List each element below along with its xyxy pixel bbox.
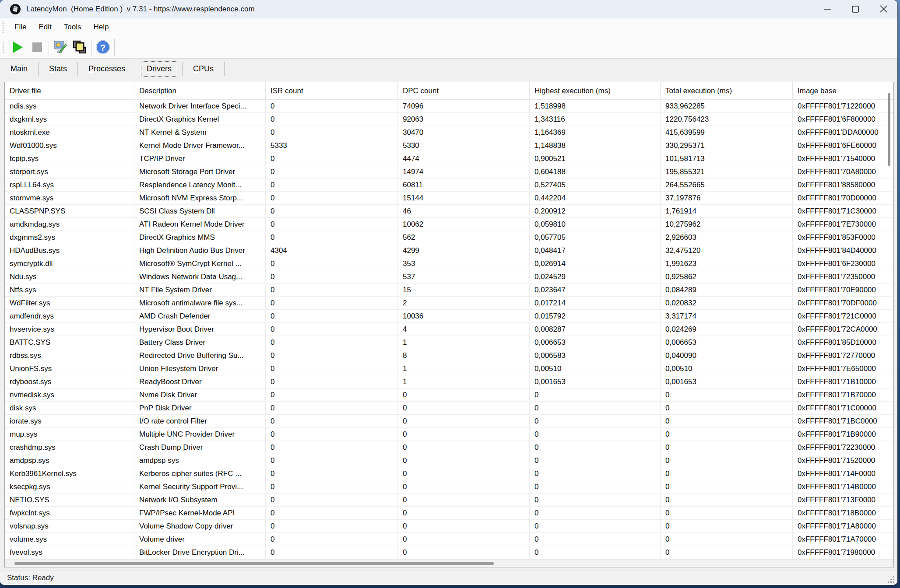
maximize-button[interactable] (841, 0, 869, 18)
tab-main[interactable]: Main (5, 62, 33, 76)
table-cell: nvmedisk.sys (5, 388, 134, 402)
table-cell: amdpsp sys (134, 454, 266, 467)
table-cell: fwpkclnt.sys (5, 507, 134, 520)
table-cell: BATTC.SYS (5, 336, 134, 349)
table-row[interactable]: CLASSPNP.SYSSCSI Class System Dll0460,20… (5, 205, 893, 218)
table-row[interactable]: iorate.sysI/O rate control Filter00000xF… (5, 415, 893, 428)
table-cell: Network I/O Subsystem (134, 494, 266, 507)
table-row[interactable]: volsnap.sysVolume Shadow Copy driver0000… (5, 520, 893, 533)
edit-report-button[interactable] (51, 38, 70, 56)
menu-file[interactable]: File (8, 21, 32, 33)
toolbar-gripper[interactable] (3, 42, 4, 53)
tab-stats[interactable]: Stats (44, 62, 72, 76)
table-row[interactable]: fwpkclnt.sysFWP/IPsec Kernel-Mode API000… (5, 507, 893, 520)
table-row[interactable]: WdFilter.sysMicrosoft antimalware file s… (5, 297, 893, 310)
table-cell: NT File System Driver (134, 284, 266, 297)
column-header-isr-count[interactable]: ISR count (266, 82, 398, 100)
table-row[interactable]: hvservice.sysHypervisor Boot Driver040,0… (5, 323, 893, 336)
table-row[interactable]: amdkmdag.sysATI Radeon Kernel Mode Drive… (5, 218, 893, 231)
copy-report-button[interactable] (70, 38, 89, 56)
table-cell: 0xFFFFF801'85D10000 (793, 336, 893, 349)
help-button[interactable]: ? (93, 38, 112, 56)
table-cell: 0 (530, 428, 661, 441)
horizontal-scrollbar[interactable] (5, 559, 893, 567)
column-header-total-execution-ms-[interactable]: Total execution (ms) (661, 82, 793, 100)
table-cell: SCSI Class System Dll (134, 205, 266, 218)
table-row[interactable]: Wdf01000.sysKernel Mode Driver Framewor.… (5, 139, 893, 152)
table-row[interactable]: Ndu.sysWindows Network Data Usag...05370… (5, 270, 893, 284)
table-cell: Microsoft Storage Port Driver (134, 165, 266, 178)
column-header-highest-execution-ms-[interactable]: Highest execution (ms) (530, 82, 661, 100)
table-row[interactable]: rdbss.sysRedirected Drive Buffering Su..… (5, 349, 893, 362)
table-cell: dxgkrnl.sys (5, 113, 134, 126)
table-row[interactable]: stornvme.sysMicrosoft NVM Express Storp.… (5, 192, 893, 205)
table-row[interactable]: dxgmms2.sysDirectX Graphics MMS05620,057… (5, 231, 893, 244)
stop-monitoring-button[interactable] (28, 38, 47, 56)
table-cell: 0xFFFFF801'721C0000 (793, 310, 893, 323)
table-row[interactable]: ntoskrnl.exeNT Kernel & System0304701,16… (5, 126, 893, 139)
resize-grip[interactable] (888, 576, 895, 583)
table-cell: 0xFFFFF801'713F0000 (793, 494, 893, 507)
table-row[interactable]: ndis.sysNetwork Driver Interface Speci..… (5, 100, 893, 113)
tab-bar: Main Stats Processes Drivers CPUs (0, 59, 897, 79)
menu-edit[interactable]: Edit (32, 21, 57, 33)
table-row[interactable]: storport.sysMicrosoft Storage Port Drive… (5, 165, 893, 178)
table-cell: 0,057705 (530, 231, 661, 244)
table-row[interactable]: Ntfs.sysNT File System Driver0150,023647… (5, 284, 893, 297)
column-header-driver-file[interactable]: Driver file (5, 82, 134, 100)
menu-tools[interactable]: Tools (58, 21, 88, 33)
table-cell: 0,048417 (530, 244, 661, 257)
table-cell: ndis.sys (5, 100, 134, 113)
tab-drivers[interactable]: Drivers (141, 62, 177, 76)
tab-cpus[interactable]: CPUs (188, 62, 219, 76)
table-row[interactable]: ksecpkg.sysKernel Security Support Provi… (5, 480, 893, 494)
vertical-scrollbar-thumb[interactable] (888, 93, 890, 166)
minimize-button[interactable] (813, 0, 841, 18)
table-row[interactable]: crashdmp.sysCrash Dump Driver00000xFFFFF… (5, 441, 893, 454)
table-row[interactable]: fvevol.sysBitLocker Drive Encryption Dri… (5, 546, 893, 559)
table-row[interactable]: tcpip.sysTCP/IP Driver044740,900521101,5… (5, 152, 893, 165)
table-cell: 0xFFFFF801'71B90000 (793, 428, 893, 441)
table-row[interactable]: disk.sysPnP Disk Driver00000xFFFFF801'71… (5, 402, 893, 415)
window-controls (813, 0, 897, 18)
tab-processes[interactable]: Processes (83, 62, 130, 76)
table-row[interactable]: NETIO.SYSNetwork I/O Subsystem00000xFFFF… (5, 494, 893, 507)
table-cell: 15144 (398, 192, 530, 205)
table-cell: 14974 (398, 165, 530, 178)
menubar-gripper[interactable] (3, 21, 4, 33)
table-cell: 0 (266, 441, 398, 454)
table-row[interactable]: Kerb3961Kernel.sysKerberos cipher suites… (5, 467, 893, 480)
table-row[interactable]: volume.sysVolume driver00000xFFFFF801'71… (5, 533, 893, 546)
column-header-image-base[interactable]: Image base (793, 82, 893, 100)
tab-separator (38, 62, 39, 76)
horizontal-scrollbar-thumb[interactable] (14, 562, 494, 565)
table-cell: 0xFFFFF801'71980000 (793, 546, 893, 559)
table-row[interactable]: amdpsp.sysamdpsp sys00000xFFFFF801'71520… (5, 454, 893, 467)
table-cell: 0 (530, 480, 661, 494)
table-cell: 0 (530, 441, 661, 454)
column-header-description[interactable]: Description (134, 82, 266, 100)
table-cell: 0,059810 (530, 218, 661, 231)
table-row[interactable]: nvmedisk.sysNvme Disk Driver00000xFFFFF8… (5, 388, 893, 402)
close-button[interactable] (869, 0, 897, 18)
table-cell: 0 (266, 100, 398, 113)
menu-help[interactable]: Help (87, 21, 115, 33)
table-cell: ntoskrnl.exe (5, 126, 134, 139)
table-row[interactable]: mup.sysMultiple UNC Provider Driver00000… (5, 428, 893, 441)
table-cell: 0,015792 (530, 310, 661, 323)
table-row[interactable]: HDAudBus.sysHigh Definition Audio Bus Dr… (5, 244, 893, 257)
table-row[interactable]: rdyboost.sysReadyBoost Driver010,0016530… (5, 375, 893, 388)
table-cell: Volume driver (134, 533, 266, 546)
table-cell: 0,00510 (530, 362, 661, 375)
table-cell: DirectX Graphics Kernel (134, 113, 266, 126)
table-row[interactable]: symcryptk.dllMicrosoft® SymCrypt Kernel … (5, 257, 893, 270)
table-row[interactable]: dxgkrnl.sysDirectX Graphics Kernel092063… (5, 113, 893, 126)
start-monitoring-button[interactable] (8, 38, 28, 56)
table-row[interactable]: BATTC.SYSBattery Class Driver010,0066530… (5, 336, 893, 349)
table-row[interactable]: UnionFS.sysUnion Filesystem Driver010,00… (5, 362, 893, 375)
column-header-dpc-count[interactable]: DPC count (398, 82, 530, 100)
table-cell: WdFilter.sys (5, 297, 134, 310)
table-cell: 0 (398, 546, 530, 559)
table-row[interactable]: amdfendr.sysAMD Crash Defender0100360,01… (5, 310, 893, 323)
table-row[interactable]: rspLLL64.sysResplendence Latency Monit..… (5, 178, 893, 192)
